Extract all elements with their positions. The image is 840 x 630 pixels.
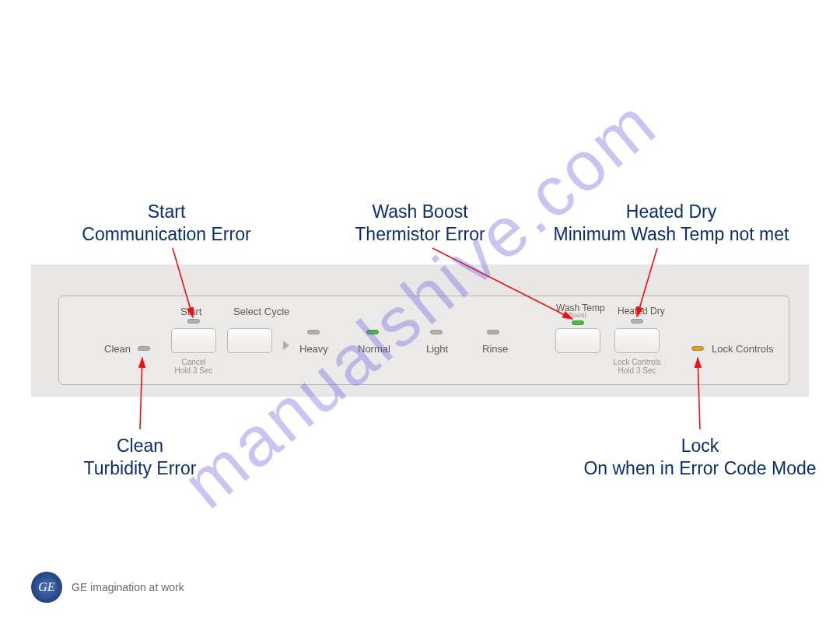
led-washtemp [572, 320, 584, 325]
panel-label-clean: Clean [104, 343, 131, 355]
panel-label-lock: Lock Controls [712, 343, 773, 355]
ge-logo-icon: GE [31, 572, 62, 603]
select-cycle-button[interactable] [227, 328, 272, 353]
panel-sub-boost: Boost [569, 312, 586, 320]
annotation-lock: Lock On when in Error Code Mode [576, 435, 824, 480]
led-normal [366, 330, 379, 334]
annotation-clean-line2: Turbidity Error [84, 458, 197, 478]
led-lock [691, 346, 704, 351]
led-start [187, 319, 200, 324]
footer-logo-area: GE GE imagination at work [31, 572, 184, 603]
panel-label-heateddry: Heated Dry [618, 306, 665, 317]
led-heavy [307, 330, 320, 334]
panel-label-normal: Normal [358, 343, 390, 355]
wash-temp-button[interactable] [555, 328, 600, 353]
annotation-heated: Heated Dry Minimum Wash Temp not met [535, 201, 807, 246]
panel-label-rinse: Rinse [482, 343, 508, 355]
dishwasher-panel [58, 296, 789, 385]
led-clean [138, 346, 150, 351]
annotation-start-line1: Start [148, 201, 186, 222]
annotation-clean: Clean Turbidity Error [62, 435, 218, 480]
annotation-washboost-line2: Thermistor Error [355, 224, 485, 244]
panel-label-light: Light [426, 343, 448, 355]
annotation-lock-line2: On when in Error Code Mode [583, 458, 816, 478]
panel-sub-cancel: Cancel Hold 3 Sec [173, 358, 214, 375]
led-light [430, 330, 443, 334]
led-heateddry [631, 319, 643, 324]
annotation-start-line2: Communication Error [82, 224, 250, 244]
panel-label-select: Select Cycle [233, 306, 289, 317]
annotation-washboost-line1: Wash Boost [372, 201, 467, 222]
led-rinse [487, 330, 499, 334]
panel-label-start: Start [180, 306, 201, 317]
ge-tagline: GE imagination at work [72, 581, 184, 593]
annotation-heated-line1: Heated Dry [626, 201, 716, 222]
heated-dry-button[interactable] [614, 328, 660, 353]
panel-label-heavy: Heavy [299, 343, 328, 355]
annotation-clean-line1: Clean [117, 436, 163, 456]
annotation-start: Start Communication Error [65, 201, 268, 246]
triangle-icon [283, 341, 289, 350]
panel-sub-lockcontrols: Lock Controls Hold 3 Sec [611, 358, 663, 375]
annotation-heated-line2: Minimum Wash Temp not met [554, 224, 789, 244]
annotation-washboost: Wash Boost Thermistor Error [334, 201, 506, 246]
annotation-lock-line1: Lock [681, 436, 719, 456]
start-button[interactable] [171, 328, 216, 353]
